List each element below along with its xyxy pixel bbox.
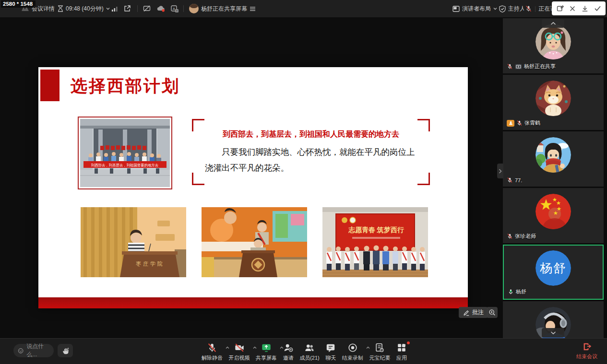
participant-tile[interactable]: 77. [503, 131, 604, 187]
slide-title: 选择西部计划 [71, 75, 180, 97]
invite-button[interactable]: 邀请 [282, 341, 297, 362]
bracket-top-right [417, 119, 430, 131]
mic-muted-icon [507, 177, 513, 183]
divider [137, 5, 138, 12]
open-external-icon [124, 5, 131, 12]
chat-button[interactable]: 聊天 [324, 341, 339, 362]
signal-bars-icon [111, 6, 118, 12]
participant-label: 杨舒正在共享 [507, 63, 556, 70]
host-badge-icon [507, 120, 514, 127]
title-accent-block [40, 70, 60, 101]
end-meeting-label: 结束会议 [576, 353, 597, 360]
avatar [536, 24, 571, 59]
pen-icon [463, 309, 470, 316]
open-external-button[interactable] [124, 0, 131, 17]
host-tools-button[interactable]: 主持人工 [499, 0, 524, 17]
caption-translate-button[interactable]: AT [171, 0, 179, 17]
chevron-down-icon [106, 7, 110, 11]
record-disabled-indicator[interactable] [143, 0, 151, 17]
photo-award-ceremony: 志愿青春 筑梦西行 [322, 207, 428, 277]
sidebar-scroll-down-button[interactable] [542, 328, 564, 338]
translate-icon: AT [171, 5, 179, 12]
top-bar: 会议详情 09:48 (40分钟) AT 杨舒正在共享屏幕 [0, 0, 607, 17]
members-icon [304, 342, 315, 353]
participant-name: 杨舒 [516, 288, 526, 295]
quote-body: 只要我们脚踏实地、心怀热忱，就能在平凡的岗位上浇灌出不平凡的花朵。 [205, 144, 417, 176]
capture-size-label: 2580 * 1548 [1, 0, 36, 8]
apps-button[interactable]: 应用 [395, 341, 410, 362]
participant-name: 张珍老师 [515, 233, 536, 240]
capture-confirm-button[interactable] [592, 3, 603, 14]
avatar [536, 194, 571, 229]
notes-doc-icon [374, 342, 385, 353]
notification-dot [407, 341, 410, 344]
avatar: 杨舒 [536, 250, 571, 286]
members-button[interactable]: 成员(21) [298, 341, 322, 362]
participant-tile[interactable]: 张珍老师 [503, 188, 604, 243]
shield-icon [499, 5, 506, 12]
bracket-bottom-right [417, 173, 430, 185]
unmute-button[interactable]: 解除静音 [201, 341, 226, 362]
banner-text: 到西部去，到基层去，到祖国需要的地方去 [91, 163, 159, 167]
quote-heading: 到西部去，到基层去，到祖国和人民最需要的地方去 [192, 129, 430, 140]
participant-tile-host[interactable]: 张霄鹤 [503, 75, 604, 130]
annotate-label: 批注 [472, 308, 484, 317]
quick-chat-input[interactable]: 说点什么... [13, 344, 54, 357]
mic-muted-icon [507, 233, 513, 239]
participant-name: 77. [515, 177, 522, 183]
ai-notes-button[interactable]: 元宝纪要 [368, 341, 393, 362]
layout-icon [452, 6, 460, 12]
chevron-up-icon [550, 22, 556, 25]
layout-button[interactable]: 演讲者布局 [452, 0, 497, 17]
screen-record-off-icon [143, 5, 151, 12]
cloud-icon [156, 5, 165, 12]
avatar-initials: 杨舒 [536, 250, 571, 286]
smiley-icon [18, 347, 24, 354]
participant-label: 张珍老师 [507, 233, 536, 240]
photo-group-banner: 到西部去，到基层去，到祖国需要的地方去 [78, 117, 172, 189]
apps-grid-icon [396, 342, 407, 353]
capture-download-button[interactable] [580, 3, 590, 14]
meeting-window: 会议详情 09:48 (40分钟) AT 杨舒正在共享屏幕 [0, 0, 607, 364]
camera-off-icon [234, 342, 245, 353]
photo-volunteer-collage [202, 207, 307, 277]
sidebar-collapse-up-button[interactable] [542, 19, 564, 28]
divider [183, 5, 184, 12]
host-tools-label: 主持人工 [508, 5, 524, 13]
menu-icon[interactable] [250, 6, 256, 12]
annotate-button[interactable]: 批注 [459, 307, 488, 318]
sharer-avatar [189, 4, 199, 13]
svg-text:A: A [173, 6, 176, 11]
hourglass-icon [58, 5, 63, 12]
svg-text:T: T [176, 9, 178, 12]
participant-name: 张霄鹤 [524, 119, 540, 127]
capture-edit-button[interactable] [555, 3, 565, 14]
control-bar: 说点什么... 解除静音 开启视频 共享屏幕 邀请 [0, 338, 607, 364]
layout-button-label: 演讲者布局 [462, 5, 491, 13]
network-status-icon[interactable] [111, 0, 118, 17]
end-meeting-icon [582, 341, 592, 352]
end-meeting-button[interactable]: 结束会议 [576, 341, 597, 360]
mic-active-icon [508, 289, 514, 295]
participant-name: 杨舒正在共享 [524, 63, 556, 70]
start-video-button[interactable]: 开启视频 [228, 341, 253, 362]
capture-close-button[interactable] [567, 3, 578, 14]
zoom-in-button[interactable] [487, 307, 498, 318]
mic-muted-icon [516, 120, 523, 126]
shared-screen-stage: 选择西部计划 [0, 17, 503, 338]
meeting-timer[interactable]: 09:48 (40分钟) [58, 0, 110, 17]
timer-label: 09:48 (40分钟) [66, 5, 104, 13]
sidebar-collapse-handle[interactable] [497, 164, 503, 178]
sharing-banner[interactable]: 杨舒正在共享屏幕 [189, 0, 256, 17]
cloud-record-indicator[interactable] [156, 0, 165, 17]
raise-hand-button[interactable] [58, 344, 73, 357]
participant-tile-speaking[interactable]: 杨舒 杨舒 [503, 245, 604, 300]
chevron-down-icon [550, 331, 556, 335]
avatar [536, 137, 571, 173]
screen-share-icon [261, 342, 272, 353]
raise-hand-icon [61, 347, 70, 355]
stop-recording-button[interactable]: 结束录制 [341, 341, 366, 362]
slide-footer-bar [38, 297, 468, 308]
share-screen-button[interactable]: 共享屏幕 [255, 341, 280, 362]
chevron-right-icon [499, 169, 502, 174]
